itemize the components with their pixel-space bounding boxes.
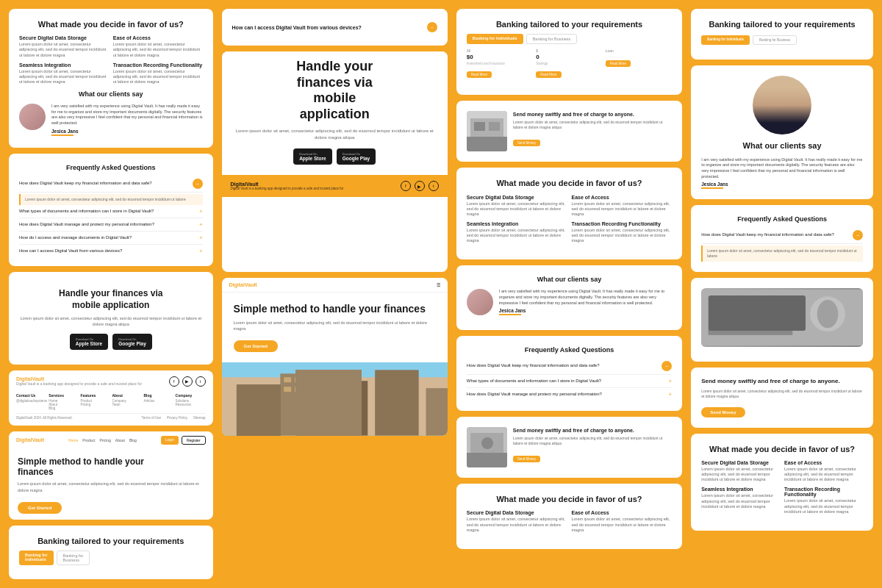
faq-item-3[interactable]: How does Digital Vault manage and protec… xyxy=(19,218,203,232)
svg-point-31 xyxy=(817,300,839,328)
app-buttons-col1: Download On Apple Store Download On Goog… xyxy=(19,334,203,350)
nav-link-pricing[interactable]: Pricing xyxy=(100,438,111,442)
faq-item-5[interactable]: How can I access Digital Vault from vari… xyxy=(19,245,203,257)
send-money-content-bottom: Send money swiftly and free of charge to… xyxy=(513,427,672,463)
faq-right-q1: How does Digital Vault keep my financial… xyxy=(701,232,853,238)
mid-app-buttons: Download On Apple Store Download On Goog… xyxy=(234,148,436,165)
faq-right-toggle-1[interactable]: − xyxy=(853,230,863,240)
testimonial-text: I am very satisfied with my experience u… xyxy=(51,104,203,126)
stat-savings-btn[interactable]: Read More xyxy=(536,71,561,78)
feature-item-col3-2: Ease of Access Lorem ipsum dolor sit ame… xyxy=(572,195,673,217)
faq-toggle-5[interactable]: + xyxy=(199,248,203,254)
send-money-btn[interactable]: Send Money xyxy=(513,140,540,146)
why-us-col3: What made you decide in favor of us? Sec… xyxy=(456,168,682,259)
mid-nav: DigitalVault ☰ xyxy=(222,278,448,293)
faq-col3-toggle-3[interactable]: + xyxy=(668,391,672,398)
faq-col3-item-2[interactable]: What types of documents and information … xyxy=(467,375,672,388)
feature-item-1: Secure Digital Data Storage Lorem ipsum … xyxy=(19,35,109,57)
mid-social-icons: f ▶ t xyxy=(401,181,439,191)
svg-rect-9 xyxy=(240,397,245,401)
footer-social-handle: @digitalvaultsystems xyxy=(16,399,47,403)
faq-col3-q3: How does Digital Vault manage and protec… xyxy=(467,392,666,398)
mid-building-image xyxy=(222,362,448,436)
apple-store-btn[interactable]: Download On Apple Store xyxy=(70,334,108,350)
get-started-btn[interactable]: Get Started xyxy=(18,502,62,514)
svg-rect-18 xyxy=(467,137,507,151)
send-money-btn-right[interactable]: Send Money xyxy=(701,407,745,417)
banking-title: Banking tailored to your requirements xyxy=(19,536,203,546)
mid-facebook-icon[interactable]: f xyxy=(401,181,411,191)
mid-apple-btn[interactable]: Download On Apple Store xyxy=(293,148,331,165)
faq-toggle-2[interactable]: + xyxy=(199,208,203,215)
app-store-sub: Download On xyxy=(76,337,93,341)
send-money-desc: Lorem ipsum dolor sit amet, consectetur … xyxy=(513,120,672,130)
faq-device-item[interactable]: How can I access Digital Vault from vari… xyxy=(232,19,437,35)
faq-toggle-4[interactable]: + xyxy=(199,234,203,241)
banking-title-right: Banking tailored to your requirements xyxy=(701,19,863,29)
tab-individuals[interactable]: Banking forIndividuals xyxy=(19,551,54,565)
login-button[interactable]: Login xyxy=(161,436,179,445)
faq-toggle-3[interactable]: + xyxy=(199,221,203,228)
tab-business-col3[interactable]: Banking for Business xyxy=(526,34,578,44)
faq-item-2[interactable]: What types of documents and information … xyxy=(19,205,203,218)
why-us-bottom-title: What made you decide in favor of us? xyxy=(467,494,672,504)
register-button[interactable]: Register xyxy=(182,436,206,445)
handle-subtitle: Lorem ipsum dolor sit amet, consectetur … xyxy=(19,315,203,328)
instagram-icon[interactable]: ▶ xyxy=(182,376,193,387)
svg-rect-16 xyxy=(306,387,313,392)
faq-item-1[interactable]: How does Digital Vault keep my financial… xyxy=(19,176,203,193)
send-money-btn-bottom[interactable]: Send Money xyxy=(513,456,540,462)
send-money-row-bottom: Send money swiftly and free of charge to… xyxy=(467,427,672,467)
nav-buttons: Login Register xyxy=(161,436,206,445)
twitter-icon[interactable]: t xyxy=(196,376,206,387)
facebook-icon[interactable]: f xyxy=(169,376,179,387)
name-underline-col3 xyxy=(499,314,521,315)
faq-col3-toggle-1[interactable]: − xyxy=(662,361,672,371)
main-container: What made you decide in favor of us? Sec… xyxy=(0,0,882,588)
why-us-title-col3: What made you decide in favor of us? xyxy=(467,178,672,188)
faq-col3-toggle-2[interactable]: + xyxy=(668,378,672,384)
banking-tabs-col3: Banking for Individuals Banking for Busi… xyxy=(467,34,672,44)
mid-twitter-icon[interactable]: t xyxy=(429,181,439,191)
tab-individuals-right[interactable]: Banking for Individuals xyxy=(701,35,750,45)
why-us-title-right: What made you decide in favor of us? xyxy=(701,444,863,454)
mid-google-btn[interactable]: Download On Google Play xyxy=(337,148,376,165)
testimonial-col3: What our clients say I am very satisfied… xyxy=(456,265,682,330)
mid-nav-menu-icon[interactable]: ☰ xyxy=(437,282,440,287)
faq-col3-item-1[interactable]: How does Digital Vault keep my financial… xyxy=(467,358,672,375)
mid-footer-logo: DigitalVault xyxy=(231,182,344,187)
nav-link-about[interactable]: About xyxy=(115,438,125,442)
mid-cta-btn[interactable]: Get Started xyxy=(234,340,278,352)
google-play-btn[interactable]: Download On Google Play xyxy=(112,334,152,350)
faq-toggle-1[interactable]: − xyxy=(193,179,203,189)
nav-link-home[interactable]: Home xyxy=(68,438,78,442)
profile-face xyxy=(753,76,811,135)
feature-item-4: Transaction Recording Functionality Lore… xyxy=(113,62,203,85)
feature-right-4: Transaction Recording Functionality Lore… xyxy=(784,487,863,514)
faq-item-4[interactable]: How do I access and manage documents in … xyxy=(19,232,203,245)
nav-link-product[interactable]: Product xyxy=(82,438,95,442)
tab-business-right[interactable]: Banking for Business xyxy=(753,35,797,45)
tab-individuals-col3[interactable]: Banking for Individuals xyxy=(467,34,523,44)
mid-footer-tagline: Digital Vault is a banking app designed … xyxy=(231,187,344,190)
faq-card-col1: Frequently Asked Questions How does Digi… xyxy=(9,154,213,266)
tab-business[interactable]: Banking forBusiness xyxy=(57,551,90,565)
column-1: What made you decide in favor of us? Sec… xyxy=(9,9,213,579)
svg-rect-3 xyxy=(280,374,331,436)
stat-all-btn[interactable]: Read More xyxy=(467,71,492,78)
faq-col3-item-3[interactable]: How does Digital Vault manage and protec… xyxy=(467,388,672,401)
profile-card-right: What our clients say I am very satisfied… xyxy=(691,65,873,199)
faq-right-1[interactable]: How does Digital Vault keep my financial… xyxy=(701,227,863,244)
mid-landing-card: DigitalVault ☰ Simple method to handle y… xyxy=(222,278,448,436)
footer-col-features: Features Product Pricing xyxy=(80,393,110,410)
send-money-title: Send money swiftly and free of charge to… xyxy=(513,111,672,118)
feature-item-col3-1: Secure Digital Data Storage Lorem ipsum … xyxy=(467,195,567,217)
send-money-row: Send money swiftly and free of charge to… xyxy=(467,111,672,151)
faq-device-toggle[interactable]: − xyxy=(427,22,437,32)
stat-loan-btn[interactable]: Read More xyxy=(606,60,631,67)
nav-link-blog[interactable]: Blog xyxy=(129,438,137,442)
faq-right-expanded: Lorem ipsum dolor sit amet, consectetur … xyxy=(701,245,863,262)
avatar-1 xyxy=(19,104,46,130)
send-money-col3: Send money swiftly and free of charge to… xyxy=(456,101,682,162)
mid-youtube-icon[interactable]: ▶ xyxy=(415,181,425,191)
